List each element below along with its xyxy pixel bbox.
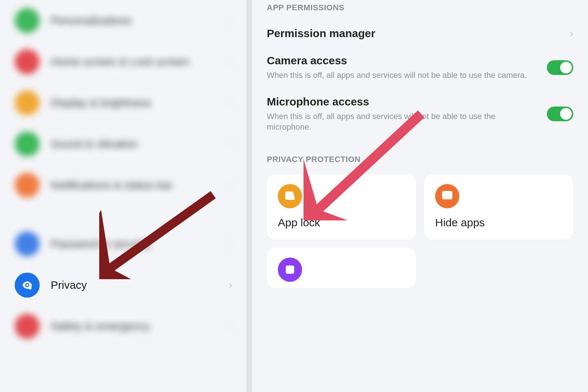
chevron-right-icon: › [229,238,240,250]
settings-row-notifications[interactable]: Notifications & status bar › [15,165,240,206]
card-app-lock[interactable]: App lock [267,175,416,240]
settings-row-homescreen[interactable]: Home screen & Lock screen › [15,41,240,82]
section-header-privacy-protection: PRIVACY PROTECTION [267,155,573,164]
card-hide-apps[interactable]: Hide apps [424,175,573,240]
settings-row-sound[interactable]: Sound & vibration › [15,123,240,165]
svg-rect-2 [29,287,31,289]
svg-rect-5 [290,196,294,200]
personalizations-icon [15,8,40,33]
chevron-right-icon: › [229,279,240,291]
row-label: Sound & vibration [51,138,229,150]
chevron-right-icon: › [229,15,240,26]
camera-access-toggle[interactable] [547,60,573,75]
chevron-right-icon: › [570,28,573,39]
settings-row-password[interactable]: Password & security › [15,223,240,265]
hide-apps-icon [435,184,459,208]
privacy-icon [15,273,40,298]
privacy-panel: APP PERMISSIONS Permission manager › Cam… [252,0,588,392]
microphone-access-sub: When this is off, all apps and services … [267,111,536,133]
microphone-access-title: Microphone access [267,96,536,108]
row-label: Privacy [51,279,229,291]
camera-access-sub: When this is off, all apps and services … [267,70,536,81]
sound-icon [15,132,40,157]
svg-point-0 [26,284,28,286]
row-label: Password & security [51,238,229,250]
homescreen-icon [15,49,40,74]
row-label: Home screen & Lock screen [51,55,229,68]
app-lock-icon [278,184,302,208]
password-icon [15,231,40,256]
permission-manager-label: Permission manager [267,27,559,40]
camera-access-title: Camera access [267,54,536,67]
settings-row-privacy[interactable]: Privacy › [15,265,240,306]
chevron-right-icon: › [229,97,240,109]
row-permission-manager[interactable]: Permission manager › [267,20,573,47]
settings-list-panel: Personalizations › Home screen & Lock sc… [0,0,246,392]
private-safe-icon [278,258,302,282]
row-label: Safety & emergency [51,320,229,332]
chevron-right-icon: › [229,320,240,332]
chevron-right-icon: › [229,179,240,191]
row-camera-access: Camera access When this is off, all apps… [267,47,573,88]
card-label: App lock [278,216,405,229]
row-microphone-access: Microphone access When this is off, all … [267,88,573,140]
settings-row-display[interactable]: Display & brightness › [15,82,240,123]
row-label: Notifications & status bar [51,179,229,191]
row-label: Display & brightness [51,97,229,109]
settings-row-personalizations[interactable]: Personalizations › [15,0,240,41]
microphone-access-toggle[interactable] [547,107,573,121]
section-header-app-permissions: APP PERMISSIONS [267,3,573,12]
notifications-icon [15,173,40,198]
panel-divider [246,0,252,392]
chevron-right-icon: › [229,138,240,150]
card-private-safe[interactable]: Private Safe [267,248,416,288]
svg-point-8 [288,268,292,271]
settings-row-safety[interactable]: Safety & emergency › [15,306,240,347]
card-label: Hide apps [435,216,562,229]
row-label: Personalizations [51,14,229,27]
display-icon [15,90,40,115]
safety-icon [15,314,40,339]
chevron-right-icon: › [229,56,240,68]
